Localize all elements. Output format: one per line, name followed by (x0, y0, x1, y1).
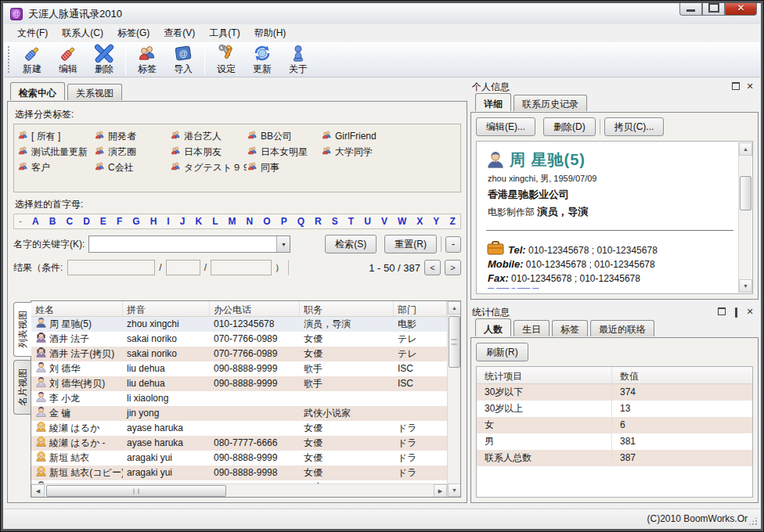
tag-item-7[interactable]: 日本朋友 (170, 146, 247, 159)
tab-list-view[interactable]: 列表视图 (13, 302, 31, 357)
initial-T[interactable]: T (348, 216, 354, 227)
toolbar-settings-tools-button[interactable]: 设定 (208, 44, 244, 77)
scroll-down-icon[interactable]: ▼ (448, 483, 461, 497)
close-icon[interactable]: ✕ (725, 1, 757, 16)
menu-item-1[interactable]: 联系人(C) (55, 24, 110, 42)
tag-item-1[interactable]: 開発者 (94, 130, 170, 143)
toolbar-update-sync-button[interactable]: 更新 (244, 44, 280, 77)
stats-row[interactable]: 30岁以下374 (477, 384, 752, 401)
initial-S[interactable]: S (332, 216, 338, 227)
copy-button[interactable]: 拷贝(C)... (604, 117, 665, 136)
vscroll-thumb[interactable] (449, 316, 460, 368)
tag-item-0[interactable]: [ 所有 ] (17, 130, 94, 143)
initial-L[interactable]: L (212, 216, 218, 227)
table-row[interactable]: 刘 德华(拷贝)liu dehua090-8888-9999歌手ISC (31, 376, 460, 391)
condition-field-1[interactable] (67, 260, 155, 275)
condition-field-3[interactable] (211, 260, 272, 275)
stats-row[interactable]: 联系人总数387 (477, 450, 752, 466)
initial-N[interactable]: N (247, 216, 254, 227)
tab-search-center[interactable]: 检索中心 (10, 82, 65, 100)
tab-recent-contact[interactable]: 最近的联络 (590, 320, 654, 336)
refresh-button[interactable]: 刷新(R) (476, 343, 528, 361)
condition-field-2[interactable] (166, 260, 200, 275)
tab-relation-view[interactable]: 关系视图 (67, 84, 122, 100)
initial-X[interactable]: X (416, 216, 423, 227)
hscroll-thumb[interactable] (46, 485, 226, 497)
table-row[interactable]: 周 星驰(5)zhou xingchi010-12345678演员，导演电影 (31, 317, 460, 332)
scroll-down-icon[interactable]: ▼ (739, 279, 752, 293)
maximize-icon[interactable] (702, 1, 725, 16)
tag-item-4[interactable]: GirlFriend (321, 130, 457, 142)
delete-button[interactable]: 删除(D) (543, 117, 596, 136)
scroll-left-icon[interactable]: ◀ (31, 484, 45, 498)
table-row[interactable]: 新垣 結衣(コピー)aragaki yui090-8888-9998女優ドラ (31, 466, 460, 480)
table-row[interactable]: 綾瀬 はるか -ayase haruka080-7777-6666女優ドラ (31, 436, 460, 451)
tab-detail[interactable]: 详细 (475, 93, 511, 111)
stats-row[interactable]: 男381 (477, 433, 752, 450)
tab-headcount[interactable]: 人数 (475, 318, 511, 336)
detail-scrollbar[interactable]: ▲ ▼ (738, 142, 751, 293)
tag-item-12[interactable]: タグテスト９９ (170, 161, 247, 174)
menu-item-4[interactable]: 工具(T) (202, 24, 247, 42)
toolbar-about-pawn-button[interactable]: 关于 (280, 44, 316, 77)
keyword-input[interactable] (89, 236, 276, 252)
column-header-3[interactable]: 职务 (300, 301, 394, 316)
reset-button[interactable]: 重置(R) (384, 235, 437, 253)
toolbar-import-book-button[interactable]: @导入 (165, 44, 201, 77)
tag-item-6[interactable]: 演艺圈 (94, 146, 170, 159)
initial-C[interactable]: C (66, 216, 73, 227)
float-icon[interactable] (716, 307, 727, 317)
minimize-icon[interactable] (679, 1, 702, 16)
title-bar[interactable]: 天涯人脉通讯录2010 (4, 4, 760, 24)
float-icon[interactable] (730, 82, 741, 92)
tag-item-10[interactable]: 客户 (17, 161, 94, 174)
initial-M[interactable]: M (229, 216, 236, 227)
table-row[interactable]: 新垣 結衣aragaki yui090-8888-9999女優ドラ (31, 451, 460, 466)
toolbar-tag-people-button[interactable]: 标签 (129, 44, 165, 77)
scroll-up-icon[interactable]: ▲ (448, 301, 461, 315)
menu-item-0[interactable]: 文件(F) (10, 24, 55, 42)
initial-I[interactable]: I (167, 216, 169, 227)
table-row[interactable]: 金 镛jin yong武侠小说家 (31, 406, 460, 421)
prev-page-button[interactable]: < (424, 260, 441, 275)
toolbar-edit-brush-button[interactable]: 编辑 (50, 44, 86, 77)
initial-E[interactable]: E (100, 216, 106, 227)
initial-B[interactable]: B (49, 216, 56, 227)
tag-item-11[interactable]: C会社 (94, 161, 170, 174)
initial-R[interactable]: R (315, 216, 322, 227)
scroll-up-icon[interactable]: ▲ (739, 142, 752, 156)
close-panel-icon[interactable]: ✕ (744, 82, 755, 92)
toolbar-delete-x-button[interactable]: 删除 (86, 44, 122, 77)
initial-O[interactable]: O (263, 216, 270, 227)
toolbar-new-brush-button[interactable]: 新建 (14, 44, 50, 77)
pin-icon[interactable] (730, 307, 741, 317)
table-row[interactable]: 酒井 法子sakai noriko070-7766-0989女優テレ (31, 332, 460, 347)
vertical-scrollbar[interactable]: ▲ ▼ (447, 301, 460, 497)
initial-F[interactable]: F (117, 216, 122, 227)
column-header-4[interactable]: 部门 (394, 301, 447, 316)
menu-item-5[interactable]: 帮助(H) (247, 24, 294, 42)
keyword-combobox[interactable]: ▼ (88, 235, 290, 253)
tab-birthday[interactable]: 生日 (514, 320, 550, 336)
tag-item-13[interactable]: 同事 (247, 161, 321, 174)
initial-H[interactable]: H (150, 216, 157, 227)
menu-item-3[interactable]: 查看(V) (157, 24, 202, 42)
initial-P[interactable]: P (281, 216, 287, 227)
tag-item-2[interactable]: 港台艺人 (170, 130, 247, 143)
initial-Y[interactable]: Y (433, 216, 439, 227)
menu-item-2[interactable]: 标签(G) (110, 24, 157, 42)
search-button[interactable]: 检索(S) (325, 235, 377, 253)
detail-scroll-thumb[interactable] (740, 176, 751, 210)
scroll-right-icon[interactable]: ▶ (434, 484, 447, 498)
close-panel-icon[interactable]: ✕ (744, 307, 755, 317)
horizontal-scrollbar[interactable]: ◀ ▶ (31, 483, 447, 497)
initial-Q[interactable]: Q (297, 216, 305, 227)
resize-grip-icon[interactable] (748, 516, 758, 526)
chevron-down-icon[interactable]: ▼ (276, 236, 290, 252)
initial-G[interactable]: G (132, 216, 139, 227)
initial-A[interactable]: A (32, 216, 39, 227)
column-header-2[interactable]: 办公电话 (210, 301, 300, 316)
initial-U[interactable]: U (364, 216, 371, 227)
table-row[interactable]: 李 小龙li xiaolong (31, 391, 460, 406)
initial-K[interactable]: K (195, 216, 202, 227)
